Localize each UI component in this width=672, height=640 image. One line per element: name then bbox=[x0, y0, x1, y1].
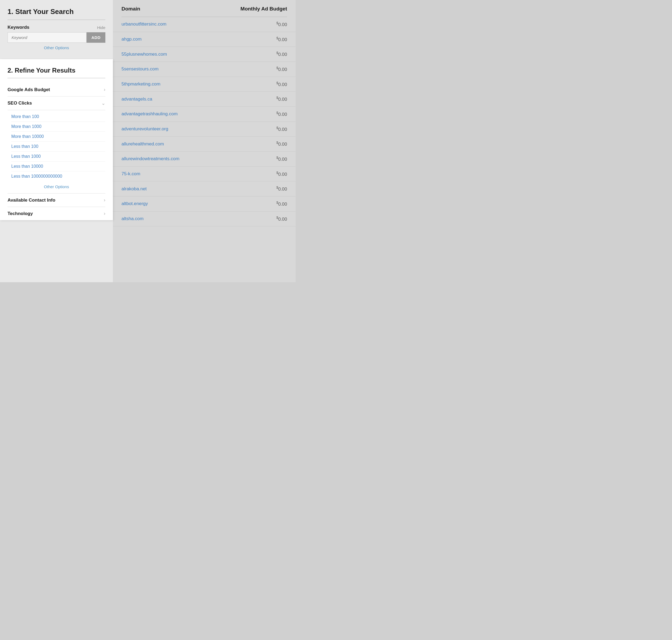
domain-link[interactable]: altbot.energy bbox=[121, 201, 148, 206]
budget-value: $0.00 bbox=[276, 21, 287, 27]
budget-value: $0.00 bbox=[276, 186, 287, 192]
table-rows-container: urbanoutfittersinc.com$0.00ahgp.com$0.00… bbox=[113, 17, 296, 226]
seo-option-less-than-1000[interactable]: Less than 1000 bbox=[11, 151, 105, 162]
table-row: allurehealthmed.com$0.00 bbox=[113, 136, 296, 151]
section2-title: 2. Refine Your Results bbox=[8, 67, 105, 74]
seo-option-less-than-100[interactable]: Less than 100 bbox=[11, 142, 105, 151]
table-row: 5sensestours.com$0.00 bbox=[113, 62, 296, 77]
budget-value: $0.00 bbox=[276, 66, 287, 72]
domain-link[interactable]: 55plusnewhomes.com bbox=[121, 52, 167, 57]
domain-link[interactable]: adventurevolunteer.org bbox=[121, 126, 168, 132]
budget-value: $0.00 bbox=[276, 81, 287, 87]
domain-link[interactable]: 75-k.com bbox=[121, 171, 140, 177]
budget-value: $0.00 bbox=[276, 171, 287, 177]
available-contact-info-chevron-right-icon: › bbox=[104, 197, 105, 203]
table-row: altsha.com$0.00 bbox=[113, 212, 296, 227]
domain-link[interactable]: 5sensestours.com bbox=[121, 67, 159, 72]
budget-value: $0.00 bbox=[276, 201, 287, 207]
budget-value: $0.00 bbox=[276, 141, 287, 147]
table-row: allurewindowtreatments.com$0.00 bbox=[113, 151, 296, 167]
technology-nav-item[interactable]: Technology › bbox=[8, 207, 105, 220]
table-row: advantagels.ca$0.00 bbox=[113, 92, 296, 107]
budget-value: $0.00 bbox=[276, 51, 287, 57]
right-panel: Domain Monthly Ad Budget urbanoutfitters… bbox=[113, 0, 296, 282]
domain-link[interactable]: ahgp.com bbox=[121, 37, 142, 42]
domain-link[interactable]: urbanoutfittersinc.com bbox=[121, 21, 166, 27]
left-panel: 1. Start Your Search Keywords Hide ADD O… bbox=[0, 0, 113, 282]
technology-label: Technology bbox=[8, 211, 33, 216]
budget-value: $0.00 bbox=[276, 96, 287, 102]
table-row: ahgp.com$0.00 bbox=[113, 32, 296, 47]
budget-value: $0.00 bbox=[276, 36, 287, 42]
seo-option-more-than-100[interactable]: More than 100 bbox=[11, 112, 105, 122]
table-row: alrakoba.net$0.00 bbox=[113, 181, 296, 197]
technology-chevron-right-icon: › bbox=[104, 211, 105, 216]
budget-value: $0.00 bbox=[276, 216, 287, 222]
domain-link[interactable]: advantagels.ca bbox=[121, 97, 152, 102]
table-row: 75-k.com$0.00 bbox=[113, 167, 296, 182]
seo-clicks-label: SEO Clicks bbox=[8, 101, 32, 106]
seo-clicks-row[interactable]: SEO Clicks ⌄ bbox=[8, 97, 105, 110]
table-row: 55plusnewhomes.com$0.00 bbox=[113, 47, 296, 62]
refine-bottom-items: Available Contact Info › Technology › bbox=[8, 193, 105, 220]
table-row: adventurevolunteer.org$0.00 bbox=[113, 122, 296, 137]
keywords-label-row: Keywords Hide bbox=[8, 25, 105, 30]
budget-value: $0.00 bbox=[276, 111, 287, 117]
column-header-budget: Monthly Ad Budget bbox=[240, 6, 287, 12]
keywords-label: Keywords bbox=[8, 25, 29, 30]
available-contact-info-label: Available Contact Info bbox=[8, 198, 55, 203]
keywords-other-options-link[interactable]: Other Options bbox=[8, 45, 105, 50]
seo-options-list: More than 100 More than 1000 More than 1… bbox=[8, 110, 105, 181]
budget-value: $0.00 bbox=[276, 156, 287, 162]
table-row: urbanoutfittersinc.com$0.00 bbox=[113, 17, 296, 32]
google-ads-budget-nav-item[interactable]: Google Ads Budget › bbox=[8, 83, 105, 97]
seo-option-more-than-1000[interactable]: More than 1000 bbox=[11, 122, 105, 132]
domain-link[interactable]: alrakoba.net bbox=[121, 186, 147, 192]
budget-value: $0.00 bbox=[276, 126, 287, 132]
table-row: advantagetrashhauling.com$0.00 bbox=[113, 107, 296, 122]
section1-title: 1. Start Your Search bbox=[8, 8, 105, 16]
seo-option-more-than-10000[interactable]: More than 10000 bbox=[11, 132, 105, 142]
keywords-add-button[interactable]: ADD bbox=[87, 32, 105, 43]
refine-panel: 2. Refine Your Results Google Ads Budget… bbox=[0, 59, 113, 220]
table-header: Domain Monthly Ad Budget bbox=[113, 0, 296, 17]
domain-link[interactable]: allurehealthmed.com bbox=[121, 141, 164, 147]
google-ads-budget-chevron-right-icon: › bbox=[104, 87, 105, 92]
table-row: altbot.energy$0.00 bbox=[113, 197, 296, 212]
seo-clicks-other-options-link[interactable]: Other Options bbox=[8, 181, 105, 193]
section2-divider bbox=[8, 78, 105, 78]
domain-link[interactable]: advantagetrashhauling.com bbox=[121, 111, 178, 117]
seo-option-less-than-1000000000000[interactable]: Less than 1000000000000 bbox=[11, 172, 105, 181]
keywords-hide-link[interactable]: Hide bbox=[97, 25, 105, 30]
domain-link[interactable]: allurewindowtreatments.com bbox=[121, 156, 179, 162]
column-header-domain: Domain bbox=[121, 6, 140, 12]
domain-link[interactable]: 5thpmarketing.com bbox=[121, 82, 160, 87]
keywords-input-row: ADD bbox=[8, 32, 105, 43]
keywords-input[interactable] bbox=[8, 32, 87, 43]
seo-clicks-chevron-down-icon: ⌄ bbox=[101, 100, 105, 106]
available-contact-info-nav-item[interactable]: Available Contact Info › bbox=[8, 193, 105, 207]
table-row: 5thpmarketing.com$0.00 bbox=[113, 77, 296, 92]
domain-link[interactable]: altsha.com bbox=[121, 216, 144, 221]
google-ads-budget-label: Google Ads Budget bbox=[8, 87, 50, 92]
seo-option-less-than-10000[interactable]: Less than 10000 bbox=[11, 162, 105, 172]
